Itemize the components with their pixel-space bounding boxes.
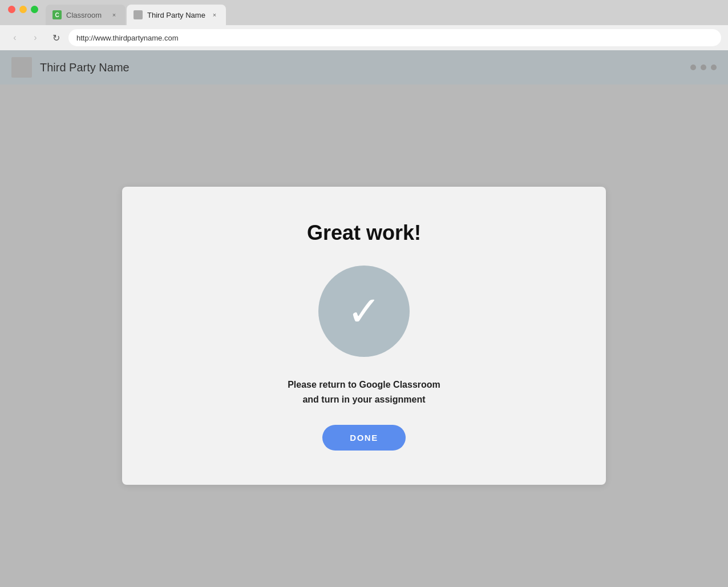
header-dot-2 xyxy=(701,65,706,70)
modal-message-line1: Please return to Google Classroom xyxy=(288,380,440,389)
site-header-dots xyxy=(690,65,717,70)
done-button[interactable]: DONE xyxy=(322,425,405,451)
modal-card: Great work! ✓ Please return to Google Cl… xyxy=(122,187,606,485)
nav-bar: ‹ › ↻ xyxy=(0,25,728,50)
classroom-favicon: C xyxy=(52,10,62,19)
tab-bar: C Classroom × Third Party Name × xyxy=(0,0,728,25)
tab-third-party[interactable]: Third Party Name × xyxy=(127,5,226,25)
site-title: Third Party Name xyxy=(40,61,130,74)
site-logo xyxy=(11,57,32,78)
tab-classroom-close[interactable]: × xyxy=(110,10,119,19)
maximize-button[interactable] xyxy=(31,6,38,13)
checkmark-circle: ✓ xyxy=(318,266,410,357)
reload-button[interactable]: ↻ xyxy=(48,30,64,46)
tab-classroom-label: Classroom xyxy=(66,11,105,19)
page-content: Great work! ✓ Please return to Google Cl… xyxy=(0,85,728,587)
window-controls xyxy=(0,6,46,13)
modal-message-line2: and turn in your assignment xyxy=(302,395,425,404)
modal-message: Please return to Google Classroom and tu… xyxy=(288,377,440,407)
tab-third-party-label: Third Party Name xyxy=(147,11,205,19)
header-dot-3 xyxy=(711,65,717,70)
third-party-favicon xyxy=(134,10,143,19)
header-dot-1 xyxy=(690,65,696,70)
address-bar[interactable] xyxy=(68,29,721,46)
site-header: Third Party Name xyxy=(0,50,728,85)
classroom-favicon-icon: C xyxy=(52,10,62,19)
tab-classroom[interactable]: C Classroom × xyxy=(46,5,126,25)
minimize-button[interactable] xyxy=(19,6,27,13)
modal-title: Great work! xyxy=(307,221,421,245)
third-party-favicon-icon xyxy=(134,10,143,19)
close-button[interactable] xyxy=(8,6,15,13)
tab-third-party-close[interactable]: × xyxy=(210,10,219,19)
back-button[interactable]: ‹ xyxy=(7,30,23,46)
browser-chrome: C Classroom × Third Party Name × ‹ › ↻ xyxy=(0,0,728,50)
checkmark-icon: ✓ xyxy=(347,291,381,332)
forward-button[interactable]: › xyxy=(27,30,43,46)
